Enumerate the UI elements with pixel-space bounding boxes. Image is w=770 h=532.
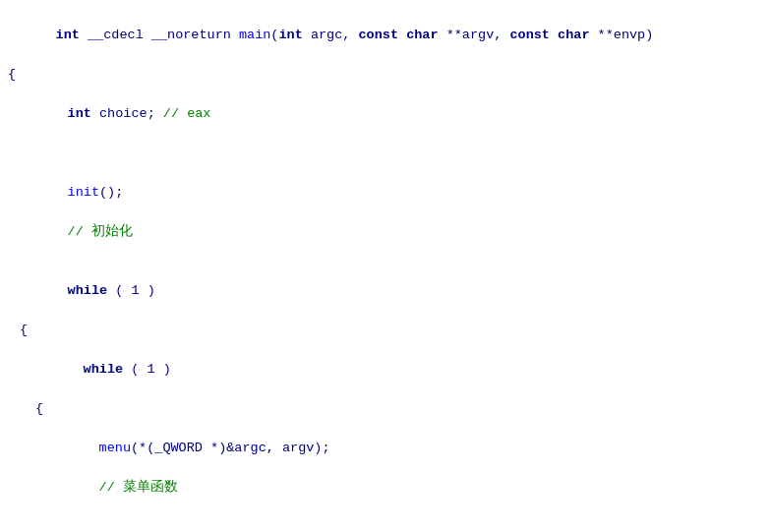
- text: **argv,: [439, 28, 510, 42]
- text: [398, 28, 406, 42]
- text: __cdecl __noreturn: [80, 28, 239, 42]
- keyword-char: char: [406, 28, 438, 42]
- keyword-const: const: [359, 28, 399, 42]
- line-8: while ( 1 ): [0, 340, 770, 399]
- keyword-const2: const: [509, 28, 550, 42]
- line-10: menu(*(_QWORD *)&argc, argv); // 菜单函数: [0, 419, 770, 517]
- text: [550, 28, 558, 42]
- comment-eax: // eax: [163, 106, 211, 121]
- text: choice;: [91, 106, 163, 121]
- text: (*(_QWORD *)&argc, argv);: [131, 441, 330, 455]
- func-main: main: [239, 28, 270, 42]
- line-5: init(); // 初始化: [0, 163, 770, 262]
- line-11: choice = ReadInt(); // 输入选择: [0, 517, 770, 532]
- comment-init-cn: // 初始化: [68, 224, 133, 239]
- line-4: [0, 144, 770, 163]
- keyword-char2: char: [558, 28, 589, 42]
- text: argc,: [303, 28, 359, 42]
- func-menu: menu: [99, 441, 131, 455]
- line-7: {: [0, 321, 770, 340]
- kw-int3: int: [68, 106, 91, 121]
- text: ( 1 ): [123, 362, 171, 377]
- kw-while2: while: [84, 362, 124, 377]
- line-6: while ( 1 ): [0, 262, 770, 321]
- comment-menu-cn: // 菜单函数: [99, 480, 178, 495]
- text: **envp): [589, 28, 653, 42]
- keyword-int: int: [56, 28, 80, 42]
- code-container: int __cdecl __noreturn main(int argc, co…: [0, 0, 770, 532]
- kw-while1: while: [68, 283, 108, 298]
- func-init: init: [68, 185, 99, 200]
- line-1: int __cdecl __noreturn main(int argc, co…: [0, 6, 770, 65]
- keyword-int2: int: [278, 28, 302, 42]
- text: ( 1 ): [107, 283, 155, 298]
- line-2: {: [0, 65, 770, 85]
- line-9: {: [0, 399, 770, 419]
- line-3: int choice; // eax: [0, 85, 770, 144]
- text: ();: [99, 185, 123, 200]
